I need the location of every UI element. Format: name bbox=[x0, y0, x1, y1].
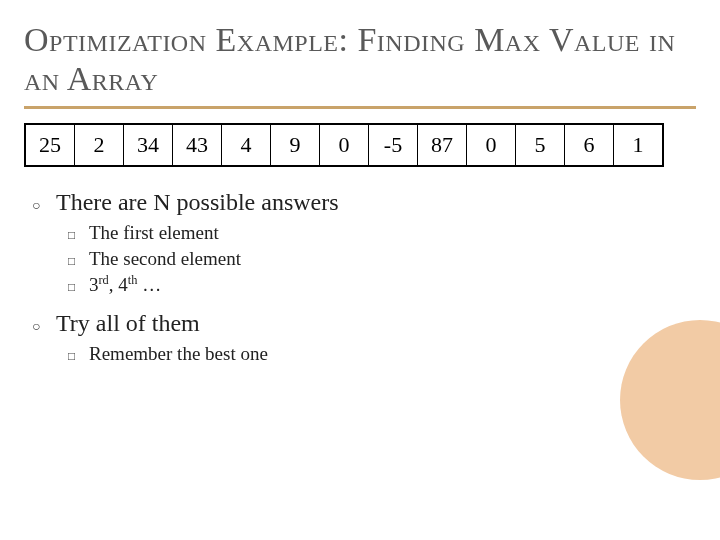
array-cell: 0 bbox=[467, 125, 516, 165]
title-underline bbox=[24, 106, 696, 109]
array-cell: 43 bbox=[173, 125, 222, 165]
bullet-text: The first element bbox=[89, 222, 219, 244]
bullet-level1: ○ There are N possible answers bbox=[32, 189, 696, 216]
bullet-level1: ○ Try all of them bbox=[32, 310, 696, 337]
bullet-text: Remember the best one bbox=[89, 343, 268, 365]
array-table: 25 2 34 43 4 9 0 -5 87 0 5 6 1 bbox=[24, 123, 664, 167]
array-cell: 5 bbox=[516, 125, 565, 165]
array-cell: 0 bbox=[320, 125, 369, 165]
array-cell: 9 bbox=[271, 125, 320, 165]
bullet-level2: □ Remember the best one bbox=[68, 343, 696, 365]
bullet-text: There are N possible answers bbox=[56, 189, 339, 216]
square-bullet-icon: □ bbox=[68, 254, 81, 269]
array-cell: 87 bbox=[418, 125, 467, 165]
square-bullet-icon: □ bbox=[68, 280, 81, 295]
array-cell: 34 bbox=[124, 125, 173, 165]
ring-bullet-icon: ○ bbox=[32, 319, 46, 335]
square-bullet-icon: □ bbox=[68, 349, 81, 364]
array-cell: 4 bbox=[222, 125, 271, 165]
square-bullet-icon: □ bbox=[68, 228, 81, 243]
array-cell: -5 bbox=[369, 125, 418, 165]
bullet-text: 3rd, 4th … bbox=[89, 274, 161, 296]
bullet-text: The second element bbox=[89, 248, 241, 270]
bullet-text: Try all of them bbox=[56, 310, 200, 337]
bullet-level2: □ The second element bbox=[68, 248, 696, 270]
bullet-level2: □ 3rd, 4th … bbox=[68, 274, 696, 296]
slide: Optimization Example: Finding Max Value … bbox=[0, 0, 720, 540]
slide-title: Optimization Example: Finding Max Value … bbox=[24, 20, 696, 98]
array-cell: 1 bbox=[614, 125, 662, 165]
bullet-level2: □ The first element bbox=[68, 222, 696, 244]
array-cell: 6 bbox=[565, 125, 614, 165]
array-cell: 2 bbox=[75, 125, 124, 165]
ring-bullet-icon: ○ bbox=[32, 198, 46, 214]
array-cell: 25 bbox=[26, 125, 75, 165]
